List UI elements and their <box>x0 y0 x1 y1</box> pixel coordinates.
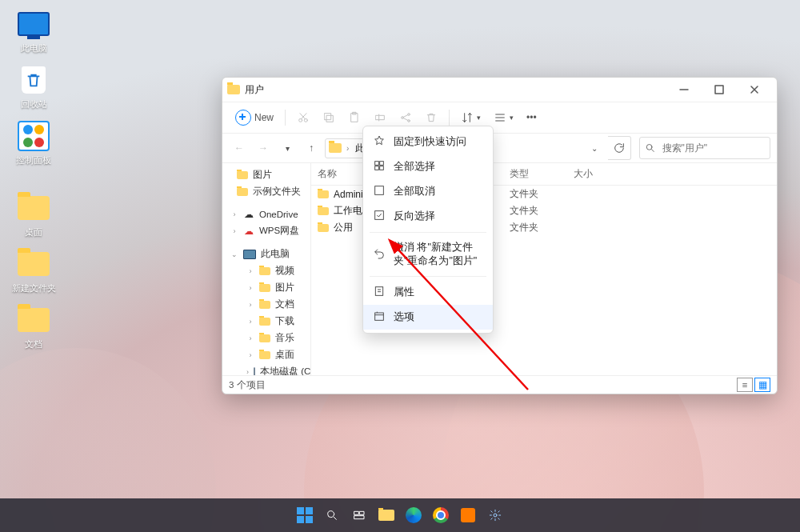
search-box[interactable] <box>639 137 770 159</box>
svg-point-21 <box>328 511 334 518</box>
desktop-icon-folder[interactable]: 桌面 <box>10 192 58 238</box>
context-menu-undo[interactable]: 撤消 将"新建文件夹"重命名为"图片" <box>363 236 493 273</box>
desktop-icon-folder[interactable]: 文档 <box>10 304 58 350</box>
sidebar-item[interactable]: 示例文件夹 <box>222 183 310 200</box>
sidebar-item-onedrive[interactable]: ›☁OneDrive <box>222 206 310 222</box>
sidebar-item-label: 文档 <box>275 298 294 310</box>
refresh-button[interactable] <box>608 136 631 160</box>
rename-button[interactable] <box>369 108 391 127</box>
chevron-right-icon: › <box>246 284 254 292</box>
folder-icon <box>259 301 270 309</box>
view-button[interactable]: ▾ <box>489 108 518 127</box>
control-panel-icon <box>18 121 50 151</box>
context-menu-label: 选项 <box>394 310 414 324</box>
cut-button[interactable] <box>292 108 314 127</box>
desktop-icon-label: 控制面板 <box>10 154 58 166</box>
plus-icon <box>235 110 251 126</box>
recent-button[interactable]: ▾ <box>277 137 298 159</box>
folder-icon <box>18 196 50 220</box>
taskbar[interactable] <box>0 498 800 532</box>
svg-point-25 <box>494 514 497 517</box>
folder-icon <box>18 252 50 276</box>
sidebar-item[interactable]: ›本地磁盘 (C:) <box>222 363 310 375</box>
taskbar-chrome[interactable] <box>430 504 452 526</box>
chevron-right-icon: › <box>246 301 254 309</box>
file-name: 公用 <box>334 221 353 234</box>
search-input[interactable] <box>661 142 766 154</box>
view-icons-button[interactable]: ▦ <box>754 378 770 392</box>
prop-icon <box>373 285 386 300</box>
cloud-icon: ☁ <box>243 226 254 237</box>
desktop-icon-folder[interactable]: 新建文件夹 <box>10 248 58 294</box>
folder-icon <box>329 143 342 153</box>
context-menu-options[interactable]: 选项 <box>363 305 493 330</box>
close-button[interactable] <box>737 78 772 102</box>
context-menu-sel-inv[interactable]: 反向选择 <box>363 204 493 229</box>
sidebar-item[interactable]: ›桌面 <box>222 346 310 363</box>
svg-rect-24 <box>354 516 364 519</box>
task-view-button[interactable] <box>348 504 370 526</box>
context-menu-sel-none[interactable]: 全部取消 <box>363 179 493 204</box>
forward-button[interactable]: → <box>253 137 274 159</box>
cloud-icon: ☁ <box>243 209 254 220</box>
app-icon <box>461 508 475 522</box>
svg-rect-19 <box>375 313 384 320</box>
context-menu-sel-all[interactable]: 全部选择 <box>363 154 493 179</box>
chevron-right-icon: › <box>246 267 254 275</box>
check-all-icon <box>373 159 386 174</box>
sidebar-item[interactable]: ›视频 <box>222 262 310 279</box>
sort-button[interactable]: ▾ <box>456 108 486 127</box>
desktop-icon-this-pc[interactable]: 此电脑 <box>10 8 58 54</box>
context-menu-prop[interactable]: 属性 <box>363 280 493 305</box>
sidebar-item[interactable]: 图片 <box>222 166 310 183</box>
column-type[interactable]: 类型 <box>510 168 574 180</box>
start-button[interactable] <box>294 504 316 526</box>
sidebar-item-label: 视频 <box>275 265 294 277</box>
new-button[interactable]: New <box>230 106 278 129</box>
sidebar-item[interactable]: ›下载 <box>222 313 310 330</box>
taskbar-search[interactable] <box>321 504 343 526</box>
up-button[interactable]: ↑ <box>301 137 322 159</box>
sidebar[interactable]: 图片 示例文件夹 ›☁OneDrive ›☁WPS网盘 ⌄此电脑 ›视频›图片›… <box>222 163 311 375</box>
chrome-icon <box>433 507 449 523</box>
copy-button[interactable] <box>318 108 340 127</box>
sidebar-item[interactable]: ›图片 <box>222 279 310 296</box>
folder-icon <box>378 510 394 521</box>
sidebar-item-wps[interactable]: ›☁WPS网盘 <box>222 222 310 239</box>
context-menu-label: 反向选择 <box>394 210 435 223</box>
toolbar: New ▾ ▾ ••• <box>222 102 777 134</box>
taskbar-app[interactable] <box>457 504 479 526</box>
desktop-icon-recycle-bin[interactable]: 回收站 <box>10 64 58 110</box>
star-icon <box>373 134 386 150</box>
context-menu-pin[interactable]: 固定到快速访问 <box>363 130 493 154</box>
back-button[interactable]: ← <box>229 137 250 159</box>
desktop-icon-label: 文档 <box>10 338 58 350</box>
column-size[interactable]: 大小 <box>574 168 622 180</box>
delete-button[interactable] <box>420 108 442 127</box>
sidebar-item[interactable]: ›文档 <box>222 296 310 313</box>
taskbar-edge[interactable] <box>402 504 425 526</box>
desktop[interactable]: 此电脑 回收站 控制面板 桌面 新建文件夹 文档 用户 <box>0 0 800 532</box>
taskbar-explorer[interactable] <box>375 504 398 526</box>
titlebar[interactable]: 用户 <box>222 78 777 102</box>
options-icon <box>373 310 386 325</box>
context-menu: 固定到快速访问全部选择全部取消反向选择撤消 将"新建文件夹"重命名为"图片"属性… <box>362 126 494 334</box>
more-button[interactable]: ••• <box>522 109 542 126</box>
recycle-bin-icon <box>22 66 46 94</box>
maximize-button[interactable] <box>702 78 737 102</box>
share-button[interactable] <box>394 108 417 127</box>
svg-rect-3 <box>326 115 333 122</box>
desktop-icon-control-panel[interactable]: 控制面板 <box>10 120 58 166</box>
taskbar-settings[interactable] <box>484 504 506 526</box>
sidebar-item[interactable]: ›音乐 <box>222 330 310 346</box>
sidebar-item-this-pc[interactable]: ⌄此电脑 <box>222 246 310 262</box>
folder-icon <box>18 308 50 332</box>
chevron-right-icon: › <box>230 227 238 235</box>
view-details-button[interactable]: ≡ <box>737 378 753 392</box>
svg-rect-4 <box>325 114 331 120</box>
breadcrumb-dropdown[interactable]: ⌄ <box>584 137 605 159</box>
folder-icon <box>227 85 240 94</box>
folder-icon <box>237 188 248 196</box>
minimize-button[interactable] <box>666 78 702 102</box>
paste-button[interactable] <box>343 108 366 127</box>
